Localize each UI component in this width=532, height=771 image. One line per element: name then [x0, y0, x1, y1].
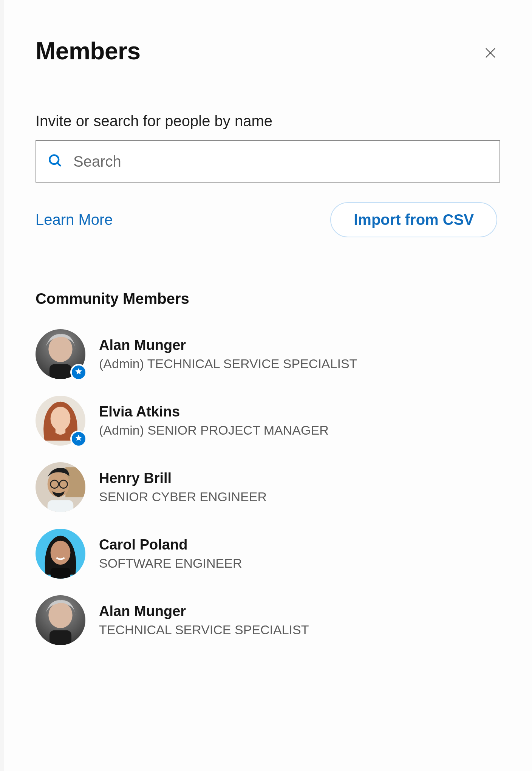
- member-text: Alan Munger (Admin) TECHNICAL SERVICE SP…: [99, 336, 357, 372]
- search-icon: [47, 152, 63, 170]
- member-role: (Admin) SENIOR PROJECT MANAGER: [99, 422, 329, 438]
- member-role: TECHNICAL SERVICE SPECIALIST: [99, 621, 309, 638]
- svg-rect-16: [51, 568, 71, 579]
- svg-point-18: [48, 602, 72, 628]
- member-text: Carol Poland SOFTWARE ENGINEER: [99, 536, 242, 571]
- member-text: Alan Munger TECHNICAL SERVICE SPECIALIST: [99, 602, 309, 638]
- actions-row: Learn More Import from CSV: [36, 202, 500, 237]
- search-box[interactable]: [36, 140, 500, 183]
- section-title: Community Members: [36, 290, 500, 307]
- member-row[interactable]: Alan Munger TECHNICAL SERVICE SPECIALIST: [36, 587, 500, 653]
- svg-point-3: [48, 336, 72, 362]
- member-role: (Admin) TECHNICAL SERVICE SPECIALIST: [99, 355, 357, 372]
- avatar-image: [36, 462, 85, 512]
- svg-point-15: [51, 541, 71, 565]
- avatar: [36, 595, 85, 645]
- search-block: Invite or search for people by name: [36, 113, 500, 183]
- svg-rect-19: [49, 630, 71, 645]
- member-name: Henry Brill: [99, 469, 267, 488]
- avatar: [36, 396, 85, 446]
- member-name: Carol Poland: [99, 536, 242, 554]
- member-text: Henry Brill SENIOR CYBER ENGINEER: [99, 469, 267, 505]
- admin-badge: [70, 364, 87, 381]
- member-role: SENIOR CYBER ENGINEER: [99, 488, 267, 505]
- avatar-image: [36, 529, 85, 579]
- search-input[interactable]: [73, 141, 489, 182]
- members-list: Alan Munger (Admin) TECHNICAL SERVICE SP…: [36, 321, 500, 653]
- svg-rect-4: [49, 364, 71, 379]
- member-row[interactable]: Carol Poland SOFTWARE ENGINEER: [36, 520, 500, 587]
- members-panel: Members Invite or search for people by n…: [4, 0, 532, 771]
- admin-badge: [70, 430, 87, 447]
- page-title: Members: [36, 37, 141, 65]
- header-row: Members: [36, 37, 500, 65]
- learn-more-link[interactable]: Learn More: [36, 211, 113, 228]
- member-row[interactable]: Elvia Atkins (Admin) SENIOR PROJECT MANA…: [36, 387, 500, 454]
- star-icon: [74, 434, 83, 444]
- svg-point-6: [51, 407, 71, 430]
- avatar-image: [36, 595, 85, 645]
- svg-rect-13: [48, 500, 74, 512]
- member-name: Alan Munger: [99, 336, 357, 355]
- avatar: [36, 329, 85, 379]
- import-csv-button[interactable]: Import from CSV: [330, 202, 497, 237]
- search-label: Invite or search for people by name: [36, 113, 500, 130]
- avatar: [36, 462, 85, 512]
- member-row[interactable]: Alan Munger (Admin) TECHNICAL SERVICE SP…: [36, 321, 500, 387]
- star-icon: [74, 367, 83, 377]
- member-text: Elvia Atkins (Admin) SENIOR PROJECT MANA…: [99, 403, 329, 438]
- svg-line-1: [57, 163, 61, 166]
- member-name: Alan Munger: [99, 602, 309, 621]
- member-name: Elvia Atkins: [99, 403, 329, 421]
- close-button[interactable]: [481, 43, 500, 64]
- member-role: SOFTWARE ENGINEER: [99, 555, 242, 571]
- avatar: [36, 529, 85, 579]
- member-row[interactable]: Henry Brill SENIOR CYBER ENGINEER: [36, 454, 500, 520]
- svg-point-0: [49, 155, 59, 164]
- close-icon: [484, 55, 497, 61]
